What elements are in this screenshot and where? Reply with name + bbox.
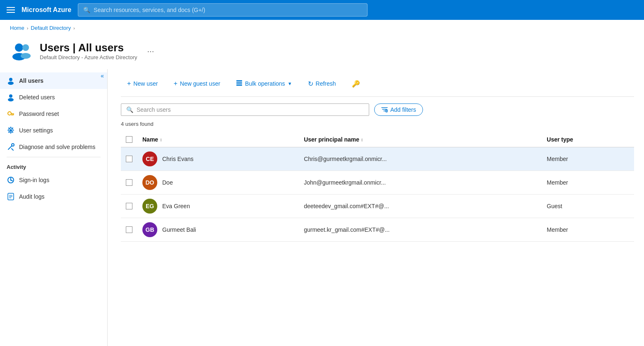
avatar: EG bbox=[142, 199, 157, 214]
th-type-label: User type bbox=[547, 136, 573, 143]
refresh-icon: ↻ bbox=[308, 80, 313, 88]
add-filters-button[interactable]: Add filters bbox=[374, 103, 423, 116]
svg-rect-10 bbox=[13, 115, 14, 115]
top-navigation-bar: Microsoft Azure 🔍 bbox=[0, 0, 644, 20]
refresh-button[interactable]: ↻ Refresh bbox=[302, 76, 342, 91]
new-guest-user-label: New guest user bbox=[180, 80, 220, 87]
sidebar-item-password-reset-label: Password reset bbox=[19, 111, 59, 117]
avatar: CE bbox=[142, 151, 157, 166]
sidebar-item-audit-logs[interactable]: Audit logs bbox=[0, 188, 107, 205]
user-type: Member bbox=[547, 179, 568, 186]
app-title: Microsoft Azure bbox=[22, 6, 71, 14]
svg-point-12 bbox=[10, 129, 12, 132]
filter-icon bbox=[381, 106, 388, 113]
bulk-operations-label: Bulk operations bbox=[245, 80, 285, 87]
select-all-checkbox[interactable] bbox=[126, 136, 132, 143]
more-options-button[interactable]: ··· bbox=[147, 46, 154, 56]
search-users-box[interactable]: 🔍 bbox=[121, 103, 369, 116]
svg-point-7 bbox=[8, 98, 14, 101]
sidebar-item-audit-logs-label: Audit logs bbox=[19, 193, 44, 200]
activity-section-label: Activity bbox=[0, 159, 107, 172]
row-type-cell: Member bbox=[542, 218, 634, 242]
svg-point-8 bbox=[8, 112, 11, 115]
reset-password-button[interactable]: 🔑 bbox=[346, 76, 366, 91]
row-name-cell: GB Gurmeet Bali bbox=[137, 218, 299, 242]
user-type: Member bbox=[547, 226, 568, 233]
table-row[interactable]: CE Chris Evans Chris@gurmeetkrgmail.onmi… bbox=[121, 147, 634, 171]
svg-rect-22 bbox=[236, 80, 242, 82]
row-checkbox-cell[interactable] bbox=[121, 218, 137, 242]
user-name-inner: DO Doe bbox=[142, 175, 294, 190]
user-upn: John@gurmeetkrgmail.onmicr... bbox=[304, 179, 386, 186]
row-name-cell: EG Eva Green bbox=[137, 195, 299, 218]
global-search-box[interactable]: 🔍 bbox=[78, 3, 368, 17]
row-type-cell: Member bbox=[542, 171, 634, 195]
sort-name[interactable]: Name ↕ bbox=[142, 136, 294, 143]
row-checkbox-cell[interactable] bbox=[121, 171, 137, 195]
row-checkbox-3[interactable] bbox=[126, 226, 132, 233]
breadcrumb-directory[interactable]: Default Directory bbox=[31, 25, 71, 31]
sidebar-item-user-settings-label: User settings bbox=[19, 127, 53, 134]
sidebar-item-password-reset[interactable]: Password reset bbox=[0, 106, 107, 122]
row-checkbox-cell[interactable] bbox=[121, 147, 137, 171]
user-icon bbox=[7, 77, 15, 85]
settings-icon bbox=[7, 126, 15, 135]
search-users-input[interactable] bbox=[137, 106, 364, 113]
hamburger-menu[interactable] bbox=[7, 7, 15, 13]
page-subtitle: Default Directory - Azure Active Directo… bbox=[40, 54, 137, 60]
table-row[interactable]: EG Eva Green deeteedev_gmail.com#EXT#@..… bbox=[121, 195, 634, 218]
page-title: Users | All users bbox=[40, 41, 137, 54]
audit-icon bbox=[7, 192, 15, 201]
row-checkbox-1[interactable] bbox=[126, 179, 132, 186]
page-header-text: Users | All users Default Directory - Az… bbox=[40, 41, 137, 60]
breadcrumb-sep-2: › bbox=[73, 26, 75, 31]
sidebar-item-diagnose[interactable]: Diagnose and solve problems bbox=[0, 139, 107, 155]
sidebar-item-diagnose-label: Diagnose and solve problems bbox=[19, 144, 95, 150]
th-upn[interactable]: User principal name ↕ bbox=[299, 132, 542, 147]
sidebar-item-sign-in-logs[interactable]: Sign-in logs bbox=[0, 172, 107, 188]
th-name-label: Name bbox=[142, 136, 158, 143]
new-user-button[interactable]: + New user bbox=[121, 76, 164, 91]
svg-point-14 bbox=[12, 144, 14, 146]
bulk-operations-button[interactable]: Bulk operations ▼ bbox=[230, 76, 298, 91]
key-icon bbox=[7, 110, 15, 118]
th-checkbox bbox=[121, 132, 137, 147]
table-row[interactable]: GB Gurmeet Bali gurmeet.kr_gmail.com#EXT… bbox=[121, 218, 634, 242]
main-layout: « All users Deleted users Password reset bbox=[0, 69, 644, 346]
user-upn: gurmeet.kr_gmail.com#EXT#@... bbox=[304, 226, 389, 233]
global-search-input[interactable] bbox=[94, 7, 362, 13]
th-type: User type bbox=[542, 132, 634, 147]
svg-point-17 bbox=[10, 180, 12, 181]
sidebar-collapse-button[interactable]: « bbox=[101, 72, 104, 79]
sort-upn[interactable]: User principal name ↕ bbox=[304, 136, 537, 143]
row-checkbox-cell[interactable] bbox=[121, 195, 137, 218]
user-name-inner: EG Eva Green bbox=[142, 199, 294, 214]
new-guest-user-button[interactable]: + New guest user bbox=[167, 76, 226, 91]
table-header-row: Name ↕ User principal name ↕ User type bbox=[121, 132, 634, 147]
sidebar-item-deleted-users[interactable]: Deleted users bbox=[0, 89, 107, 106]
sidebar-item-sign-in-logs-label: Sign-in logs bbox=[19, 177, 49, 183]
table-row[interactable]: DO Doe John@gurmeetkrgmail.onmicr... Mem… bbox=[121, 171, 634, 195]
row-checkbox-0[interactable] bbox=[126, 156, 132, 162]
sidebar-item-all-users[interactable]: All users bbox=[0, 72, 107, 89]
row-name-cell: CE Chris Evans bbox=[137, 147, 299, 171]
users-table: Name ↕ User principal name ↕ User type bbox=[121, 132, 634, 242]
toolbar: + New user + New guest user Bulk operati… bbox=[121, 69, 634, 97]
row-upn-cell: Chris@gurmeetkrgmail.onmicr... bbox=[299, 147, 542, 171]
sort-name-icon: ↕ bbox=[160, 137, 162, 142]
search-filter-row: 🔍 Add filters bbox=[121, 97, 634, 119]
user-name-inner: GB Gurmeet Bali bbox=[142, 222, 294, 237]
breadcrumb: Home › Default Directory › bbox=[0, 20, 644, 36]
svg-rect-11 bbox=[12, 115, 12, 116]
sidebar-item-user-settings[interactable]: User settings bbox=[0, 122, 107, 139]
breadcrumb-home[interactable]: Home bbox=[10, 25, 24, 31]
row-checkbox-2[interactable] bbox=[126, 203, 132, 209]
key-toolbar-icon: 🔑 bbox=[352, 80, 360, 88]
deleted-user-icon bbox=[7, 93, 15, 101]
users-count: 4 users found bbox=[121, 119, 634, 132]
th-name[interactable]: Name ↕ bbox=[137, 132, 299, 147]
search-icon: 🔍 bbox=[126, 106, 133, 113]
refresh-label: Refresh bbox=[316, 80, 336, 87]
user-name-inner: CE Chris Evans bbox=[142, 151, 294, 166]
user-name: Eva Green bbox=[162, 203, 190, 209]
